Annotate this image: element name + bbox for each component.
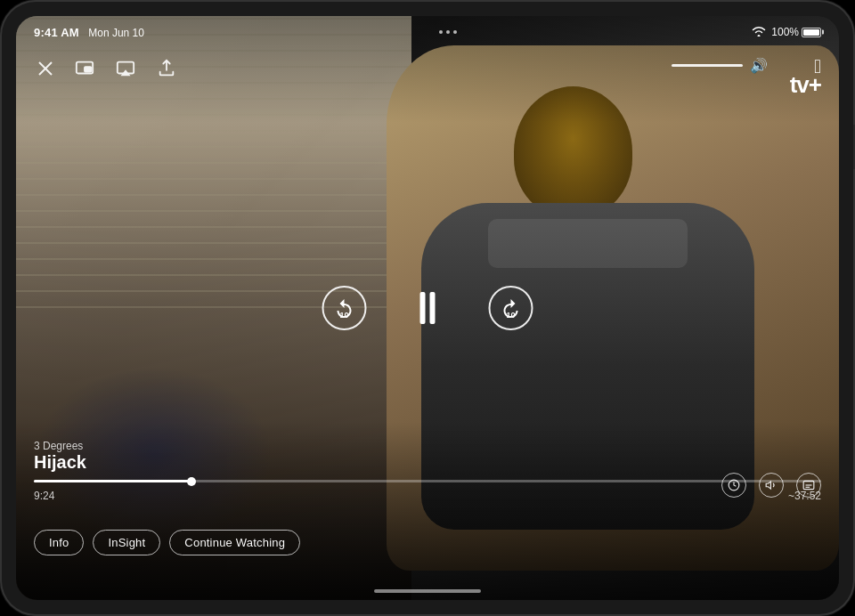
continue-watching-button[interactable]: Continue Watching (169, 530, 300, 555)
subtitles-button[interactable] (796, 473, 821, 498)
share-icon (157, 59, 176, 78)
progress-bar[interactable] (34, 480, 821, 482)
speed-svg-icon (728, 479, 740, 491)
audio-icon (759, 473, 784, 498)
right-controls (721, 473, 821, 498)
audio-svg-icon (765, 479, 778, 491)
appletv-logo:  tv+ (790, 57, 821, 96)
status-bar: 9:41 AM Mon Jun 10 100% (16, 16, 839, 48)
volume-area: 🔊 (672, 57, 768, 74)
airplay-button[interactable] (112, 55, 139, 82)
show-title-area: 3 Degrees Hijack (34, 440, 821, 473)
pip-icon (75, 59, 94, 78)
current-time: 9:24 (34, 490, 54, 502)
rewind-button[interactable]: 10 (322, 286, 367, 330)
rewind-seconds-label: 10 (339, 311, 348, 320)
info-button[interactable]: Info (34, 530, 84, 555)
show-episode-label: Hijack (34, 452, 821, 473)
share-button[interactable] (153, 55, 180, 82)
volume-icon: 🔊 (750, 57, 768, 74)
subtitles-svg-icon (802, 479, 815, 491)
close-icon (37, 61, 53, 77)
show-series-label: 3 Degrees (34, 440, 821, 452)
status-dot-1 (439, 30, 443, 34)
wifi-icon (752, 26, 766, 39)
battery-fill (803, 29, 819, 36)
speed-button[interactable] (721, 473, 746, 498)
home-indicator (374, 589, 481, 593)
svg-rect-3 (85, 67, 91, 72)
speed-icon (721, 473, 746, 498)
status-time-area: 9:41 AM Mon Jun 10 (34, 24, 144, 40)
battery-container: 100% (771, 26, 821, 38)
progress-area: 3 Degrees Hijack 9:24 ~37:52 (16, 440, 839, 502)
battery-percent: 100% (771, 26, 799, 38)
forward-button[interactable]: 10 (489, 286, 533, 330)
bottom-buttons: Info InSight Continue Watching (34, 530, 300, 555)
tv-plus-label: tv+ (790, 73, 821, 96)
pause-bar-2 (430, 292, 436, 324)
forward-seconds-label: 10 (506, 311, 515, 320)
time-labels: 9:24 ~37:52 (34, 490, 821, 502)
screen: 9:41 AM Mon Jun 10 100% (16, 16, 839, 600)
status-center-dots (439, 30, 457, 34)
pause-icon (420, 292, 436, 324)
svg-marker-5 (766, 482, 770, 489)
progress-fill (34, 480, 191, 482)
ipad-frame: 9:41 AM Mon Jun 10 100% (0, 0, 855, 616)
status-date: Mon Jun 10 (88, 27, 144, 39)
subtitles-icon (796, 473, 821, 498)
volume-slider[interactable] (672, 64, 743, 67)
pause-button[interactable] (420, 292, 436, 324)
status-dot-3 (453, 30, 457, 34)
close-button[interactable] (34, 57, 57, 80)
playback-controls: 10 10 (322, 286, 533, 330)
pause-bar-1 (420, 292, 426, 324)
progress-dot (187, 477, 196, 486)
airplay-icon (116, 59, 135, 78)
insight-button[interactable]: InSight (93, 530, 160, 555)
status-time: 9:41 AM (34, 26, 79, 39)
pip-button[interactable] (71, 55, 98, 82)
battery-icon (802, 28, 821, 37)
top-left-controls (34, 55, 180, 82)
audio-button[interactable] (759, 473, 784, 498)
status-right: 100% (752, 26, 821, 39)
status-dot-2 (446, 30, 450, 34)
